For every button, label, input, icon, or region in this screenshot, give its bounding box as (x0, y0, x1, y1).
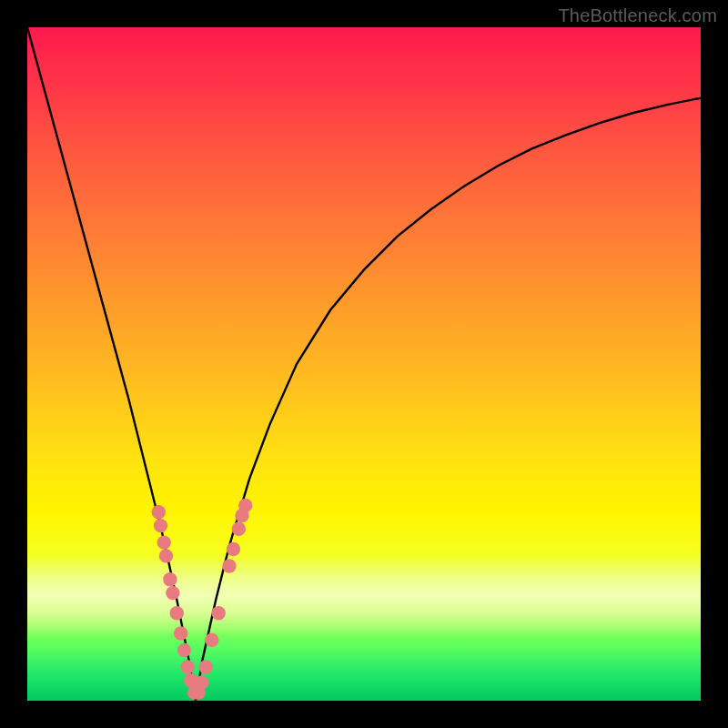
dot (159, 549, 173, 562)
highlight-band (27, 555, 701, 637)
dot (238, 499, 252, 512)
dot (235, 509, 248, 522)
dot (163, 572, 177, 586)
dot (177, 643, 191, 657)
dot (170, 606, 184, 620)
dot (195, 675, 208, 689)
dot (205, 633, 218, 647)
dot (157, 535, 171, 549)
dot (227, 542, 240, 556)
highlight-dots (152, 499, 253, 700)
dot (187, 685, 201, 699)
plot-area (27, 27, 701, 701)
curve-layer (27, 27, 701, 701)
dot (152, 505, 166, 519)
bottleneck-curve (27, 27, 701, 701)
dot (180, 660, 194, 673)
dot (198, 660, 212, 673)
dot (232, 522, 246, 536)
watermark-text: TheBottleneck.com (558, 5, 717, 26)
dot (166, 586, 179, 600)
dot (184, 673, 197, 687)
dot (222, 559, 236, 572)
chart-frame: TheBottleneck.com (0, 0, 728, 728)
dot (174, 626, 187, 640)
dot (154, 519, 167, 532)
dot (191, 685, 205, 699)
dot (211, 606, 225, 620)
